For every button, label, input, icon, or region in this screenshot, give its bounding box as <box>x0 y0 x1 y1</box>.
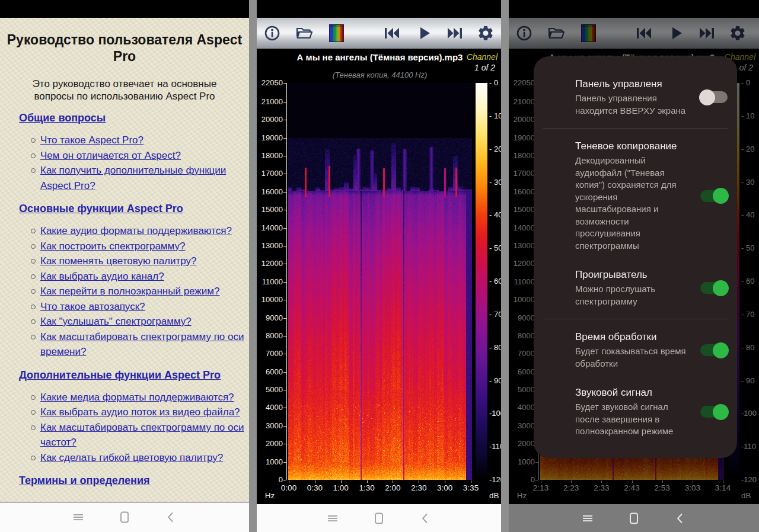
settings-item[interactable]: ПроигрывательМожно прослушать спектрогра… <box>575 260 728 316</box>
android-nav-bar <box>257 504 501 532</box>
manual-section-link[interactable]: Термины и определения <box>19 475 249 487</box>
toggle-knob <box>713 404 729 420</box>
spectrogram-plot[interactable] <box>286 83 473 480</box>
player-toolbar <box>257 18 501 49</box>
manual-question-item: Как масштабировать спектрограмму по оси … <box>40 420 247 450</box>
manual-intro: Это руководство отвечает на основные воп… <box>11 78 238 102</box>
time-tick-label: 2:30 <box>411 483 426 492</box>
freq-tick-label: 6000 <box>257 367 283 376</box>
freq-tick-label: 3000 <box>257 421 283 430</box>
settings-panel: А мы не ангелы (Тёмная версия).mp3 Chann… <box>509 0 759 532</box>
freq-tick-label: 2000 <box>257 439 283 448</box>
manual-link[interactable]: Как поменять цветовую палитру? <box>40 255 197 267</box>
spectrogram-canvas[interactable] <box>287 83 474 480</box>
manual-link[interactable]: Как выбрать аудио поток из видео файла? <box>40 406 240 418</box>
manual-link[interactable]: Как перейти в полноэкранный режим? <box>40 286 219 297</box>
db-tick-label: - 40 <box>489 210 501 219</box>
settings-item-subtitle: Декодированный аудиофайл ("Теневая копия… <box>575 155 689 252</box>
time-tick-mark <box>419 480 419 483</box>
status-bar <box>509 0 759 18</box>
menu-icon[interactable] <box>327 512 339 524</box>
manual-question-item: Какие медиа форматы поддерживаются? <box>40 390 247 405</box>
shadow-copy-note: (Теневая копия, 44100 Hz) <box>286 70 473 79</box>
time-tick-mark <box>367 480 368 483</box>
freq-tick-label: 19000 <box>257 133 283 142</box>
db-unit-label: dB <box>489 491 499 500</box>
palette-icon[interactable] <box>327 24 346 43</box>
db-tick-label: - 80 <box>489 343 501 352</box>
manual-section-link[interactable]: Основные функции Aspect Pro <box>19 203 249 215</box>
settings-icon[interactable] <box>476 24 495 43</box>
settings-toggle[interactable] <box>700 406 728 418</box>
manual-link[interactable]: Как масштабировать спектрограмму по оси … <box>40 331 244 358</box>
db-axis: - 0- 10- 20- 30- 40- 50- 60- 70- 80- 90-… <box>489 83 501 480</box>
menu-icon[interactable] <box>72 511 84 523</box>
manual-question-item: Как построить спектрограмму? <box>40 239 247 254</box>
info-icon[interactable] <box>263 24 282 43</box>
settings-item-text: Теневое копированиеДекодированный аудиоф… <box>575 140 689 252</box>
db-tick-label: - 30 <box>489 178 501 187</box>
settings-item-title: Звуковой сигнал <box>575 386 689 399</box>
previous-icon[interactable] <box>382 24 401 43</box>
time-tick-label: 0:00 <box>281 483 296 492</box>
settings-item[interactable]: Панель управленяПанель управления находи… <box>575 69 728 125</box>
settings-item[interactable]: Звуковой сигналБудет звуковой сигнал пос… <box>575 378 728 446</box>
time-tick-label: 1:00 <box>333 483 349 492</box>
settings-item-title: Теневое копирование <box>575 140 689 153</box>
freq-tick-label: 0 <box>257 475 283 484</box>
manual-link[interactable]: Какие аудио форматы поддерживаются? <box>40 225 232 236</box>
freq-tick-label: 9000 <box>257 313 283 322</box>
settings-toggle[interactable] <box>700 91 728 103</box>
manual-question-item: Как получить дополнительные функции Aspe… <box>40 163 247 193</box>
back-icon[interactable] <box>165 511 177 523</box>
android-nav-bar <box>0 502 249 532</box>
manual-link[interactable]: Как выбрать аудио канал? <box>40 271 164 282</box>
manual-question-list: Какие аудио форматы поддерживаются?Как п… <box>0 223 249 360</box>
freq-tick-label: 4000 <box>257 403 283 412</box>
channel-label[interactable]: Channel <box>467 52 498 62</box>
toggle-knob <box>699 89 715 105</box>
manual-link[interactable]: Какие медиа форматы поддерживаются? <box>40 392 234 403</box>
settings-item[interactable]: Время обработкиБудет показываться время … <box>575 322 728 378</box>
db-tick-label: - 60 <box>489 277 501 286</box>
channel-value[interactable]: 1 of 2 <box>474 63 495 72</box>
db-tick-label: - 0 <box>489 78 501 87</box>
manual-link[interactable]: Как получить дополнительные функции Aspe… <box>40 165 226 191</box>
manual-section-link[interactable]: Общие вопросы <box>19 112 249 124</box>
manual-panel: Руководство пользователя Aspect Pro Это … <box>0 0 249 532</box>
settings-toggle[interactable] <box>700 282 728 294</box>
manual-link[interactable]: Как "услышать" спектрограмму? <box>40 316 192 327</box>
open-file-icon[interactable] <box>295 24 314 43</box>
manual-section-link[interactable]: Дополнительные функции Aspect Pro <box>19 369 249 382</box>
settings-item[interactable]: Теневое копированиеДекодированный аудиоф… <box>575 132 728 260</box>
home-icon[interactable] <box>628 512 640 524</box>
time-tick-label: 1:30 <box>359 483 374 492</box>
back-icon[interactable] <box>674 512 686 524</box>
manual-link[interactable]: Как построить спектрограмму? <box>40 241 185 252</box>
time-tick-label: 0:30 <box>307 483 323 492</box>
home-icon[interactable] <box>119 511 130 523</box>
settings-toggle[interactable] <box>700 190 728 202</box>
freq-tick-label: 10000 <box>257 295 283 304</box>
manual-link[interactable]: Что такое Aspect Pro? <box>40 134 143 146</box>
home-icon[interactable] <box>373 512 385 524</box>
time-tick-mark <box>471 480 471 483</box>
freq-tick-label: 16000 <box>257 187 283 196</box>
manual-question-item: Как выбрать аудио поток из видео файла? <box>40 405 247 420</box>
settings-item-title: Проигрыватель <box>575 268 689 281</box>
manual-link[interactable]: Что такое автозапуск? <box>40 301 145 312</box>
time-tick-mark <box>445 480 445 483</box>
time-tick-mark <box>315 480 315 483</box>
next-icon[interactable] <box>445 24 464 43</box>
time-tick-mark <box>393 480 393 483</box>
settings-toggle[interactable] <box>700 344 728 356</box>
freq-tick-label: 22050 <box>257 78 283 87</box>
manual-link[interactable]: Как сделать гибкой цветовую палитру? <box>40 452 223 463</box>
back-icon[interactable] <box>419 512 431 524</box>
manual-link[interactable]: Как масштабировать спектрограмму по оси … <box>40 422 244 448</box>
play-icon[interactable] <box>414 24 433 43</box>
freq-tick-label: 21000 <box>257 97 283 106</box>
freq-tick-label: 15000 <box>257 205 283 214</box>
menu-icon[interactable] <box>582 512 594 524</box>
manual-link[interactable]: Чем он отличается от Aspect? <box>40 150 181 161</box>
